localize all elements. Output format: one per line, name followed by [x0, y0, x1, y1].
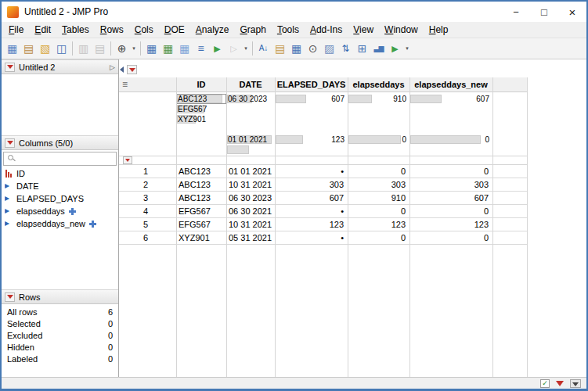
cell-elapsed-days[interactable]: •	[275, 231, 348, 244]
join-tables-icon[interactable]: ⊞	[354, 41, 370, 56]
table-red-triangle-icon[interactable]	[5, 63, 15, 72]
cell-elapseddays[interactable]: 0	[348, 165, 409, 178]
menu-item[interactable]: Tables	[56, 23, 95, 38]
column-list-item[interactable]: elapseddays	[2, 205, 118, 217]
menu-item[interactable]: Rows	[95, 23, 129, 38]
run-script-icon[interactable]: ▶	[209, 41, 225, 56]
cell-id[interactable]: EFG567	[176, 205, 226, 217]
column-header-graph[interactable]: 06 30 2023	[226, 92, 275, 156]
toolbar-overflow-icon-2[interactable]: ▾	[403, 45, 411, 52]
column-list-item[interactable]: DATE	[2, 180, 118, 192]
minimize-button[interactable]: −	[502, 2, 530, 22]
cell-elapseddays-new[interactable]: 303	[409, 178, 492, 191]
sort-columns-icon[interactable]: ⇅	[337, 41, 354, 56]
menu-item[interactable]: Help	[424, 23, 454, 38]
summary-icon[interactable]: ▦	[143, 41, 160, 56]
cell-id[interactable]: ABC123	[176, 165, 226, 178]
cell-elapseddays-new[interactable]: 0	[409, 165, 492, 178]
menu-item[interactable]: Tools	[272, 23, 305, 38]
sort-table-icon[interactable]: ≡	[193, 41, 209, 56]
cell-id[interactable]: XYZ901	[176, 231, 226, 244]
cell-date[interactable]: 01 01 2021	[226, 165, 275, 178]
cell-date[interactable]: 10 31 2021	[226, 218, 275, 231]
table-menu-red-triangle-icon[interactable]	[127, 65, 137, 74]
cell-date[interactable]: 05 31 2021	[226, 231, 275, 244]
cell-elapseddays[interactable]: 910	[348, 192, 409, 204]
subset-icon[interactable]: ▦	[160, 41, 176, 56]
column-header[interactable]: ELAPSED_DAYS	[275, 77, 348, 91]
cell-date[interactable]: 06 30 2023	[226, 192, 275, 204]
cell-elapsed-days[interactable]: •	[275, 205, 348, 217]
column-header[interactable]: elapseddays_new	[409, 77, 492, 91]
column-info-icon[interactable]: ▤	[272, 41, 288, 56]
sort-az-icon[interactable]: A↓	[255, 41, 272, 56]
cell-elapseddays[interactable]: 0	[348, 205, 409, 217]
script-window-icon[interactable]: ▷	[225, 41, 242, 56]
cell-date[interactable]: 10 31 2021	[226, 178, 275, 191]
new-journal-icon[interactable]: ▤	[20, 41, 37, 56]
column-header[interactable]: elapseddays	[348, 77, 409, 91]
menu-item[interactable]: View	[348, 23, 379, 38]
cell-elapseddays-new[interactable]: 0	[409, 231, 492, 244]
column-header-graph[interactable]: 607	[409, 92, 492, 156]
menu-item[interactable]: File	[3, 23, 29, 38]
column-header[interactable]: DATE	[226, 77, 275, 91]
cell-id[interactable]: EFG567	[176, 218, 226, 231]
cell-elapseddays[interactable]: 303	[348, 178, 409, 191]
table-ok-icon[interactable]	[540, 379, 550, 388]
column-list-item[interactable]: elapseddays_new	[2, 217, 118, 230]
column-header[interactable]: ID	[176, 77, 226, 91]
cell-elapseddays[interactable]: 123	[348, 218, 409, 231]
menu-item[interactable]: Graph	[235, 23, 272, 38]
row-number[interactable]: 6	[119, 231, 176, 244]
menu-item[interactable]: DOE	[159, 23, 190, 38]
cell-elapseddays[interactable]: 0	[348, 231, 409, 244]
zoom-icon[interactable]: ⊕	[114, 41, 130, 56]
close-button[interactable]: ×	[558, 2, 586, 22]
cell-id[interactable]: ABC123	[176, 178, 226, 191]
column-header-graph[interactable]: 910	[348, 92, 409, 156]
row-stat[interactable]: Labeled 0	[2, 353, 118, 364]
cell-elapsed-days[interactable]: 303	[275, 178, 348, 191]
paste-icon[interactable]: ▤	[92, 41, 108, 56]
row-number[interactable]: 2	[119, 178, 176, 191]
cell-elapsed-days[interactable]: •	[275, 165, 348, 178]
rows-red-triangle-icon[interactable]	[5, 292, 15, 302]
columns-search-input[interactable]	[3, 152, 117, 166]
menu-item[interactable]: Cols	[129, 23, 159, 38]
cell-id[interactable]: ABC123	[176, 192, 226, 204]
row-stat[interactable]: Excluded 0	[2, 329, 118, 341]
menu-item[interactable]: Edit	[29, 23, 56, 38]
transpose-icon[interactable]: ▦	[176, 41, 193, 56]
row-stat[interactable]: Selected 0	[2, 317, 118, 329]
column-header-graph[interactable]: 607	[275, 92, 348, 156]
open-icon[interactable]: ▧	[37, 41, 53, 56]
save-icon[interactable]: ◫	[53, 41, 70, 56]
columns-red-triangle-icon[interactable]	[5, 138, 15, 148]
maximize-button[interactable]: □	[530, 2, 558, 22]
menu-item[interactable]: Window	[379, 23, 424, 38]
cell-elapseddays-new[interactable]: 0	[409, 205, 492, 217]
panel-toggle-icon[interactable]	[570, 379, 581, 388]
run-analysis-icon[interactable]: ▶	[387, 41, 403, 56]
cell-elapsed-days[interactable]: 123	[275, 218, 348, 231]
cell-date[interactable]: 06 30 2021	[226, 205, 275, 217]
cell-elapseddays-new[interactable]: 123	[409, 218, 492, 231]
expand-arrow-icon[interactable]: ▷	[110, 63, 115, 71]
chart-icon[interactable]: ▃▆	[370, 41, 387, 56]
row-number[interactable]: 1	[119, 165, 176, 178]
row-number[interactable]: 3	[119, 192, 176, 204]
copy-icon[interactable]: ▥	[75, 41, 92, 56]
row-number[interactable]: 5	[119, 218, 176, 231]
menu-item[interactable]: Analyze	[190, 23, 235, 38]
toolbar-overflow-icon[interactable]: ▾	[242, 45, 250, 52]
rows-menu-red-triangle-icon[interactable]	[123, 156, 132, 164]
cell-elapseddays-new[interactable]: 607	[409, 192, 492, 204]
row-number[interactable]: 4	[119, 205, 176, 217]
recode-icon[interactable]: ▨	[321, 41, 337, 56]
row-stat[interactable]: Hidden 0	[2, 341, 118, 353]
collapse-sidebar-icon[interactable]	[120, 66, 124, 73]
column-header-graph[interactable]: ABC123 EFG567 XYZ901	[176, 92, 226, 156]
column-list-item[interactable]: ID	[2, 167, 118, 180]
zoom-dropdown-icon[interactable]: ▾	[130, 45, 138, 52]
